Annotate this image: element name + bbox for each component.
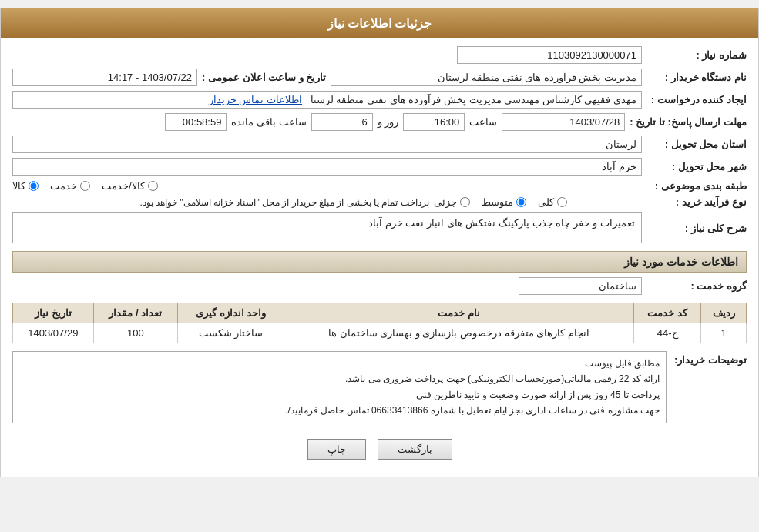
button-row: بازگشت چاپ	[12, 430, 747, 469]
contact-link[interactable]: اطلاعات تماس خریدار	[209, 94, 302, 105]
radio-joz-label: جزئی	[434, 196, 457, 208]
description-value: تعمیرات و حفر چاه جذب پارکینگ نفتکش های …	[12, 212, 642, 243]
reply-time-label: ساعت	[469, 116, 497, 128]
service-group-row: گروه خدمت : ساختمان	[12, 277, 747, 295]
print-button[interactable]: چاپ	[307, 439, 366, 460]
buyer-notes-content: مطابق فایل پیوستارائه کد 22 رقمی مالیاتی…	[12, 351, 667, 423]
province-label: استان محل تحویل :	[646, 139, 747, 150]
reply-days-value: 6	[311, 113, 373, 131]
back-button[interactable]: بازگشت	[378, 439, 452, 460]
col-quantity: تعداد / مقدار	[93, 303, 177, 323]
province-row: استان محل تحویل : لرستان	[12, 136, 747, 153]
content-area: شماره نیاز : 1103092130000071 نام دستگاه…	[1, 38, 758, 477]
radio-koli[interactable]	[557, 197, 567, 207]
radio-kala-label: کالا	[12, 180, 25, 192]
process-row: نوع فرآیند خرید : کلی متوسط جزئی پرداخت …	[12, 196, 747, 208]
buyer-org-label: نام دستگاه خریدار :	[646, 72, 747, 83]
radio-koli-label: کلی	[538, 196, 554, 208]
requester-label: ایجاد کننده درخواست :	[646, 94, 747, 105]
process-motas[interactable]: متوسط	[482, 196, 526, 208]
category-row: طبقه بندی موضوعی : کالا/خدمت خدمت کالا	[12, 180, 747, 192]
requester-value: مهدی فقیهی کارشناس مهندسی مدیریت پخش فرآ…	[12, 91, 642, 109]
col-unit: واحد اندازه گیری	[178, 303, 284, 323]
buyer-notes-area: توضیحات خریدار: مطابق فایل پیوستارائه کد…	[12, 351, 747, 423]
services-table-section: ردیف کد خدمت نام خدمت واحد اندازه گیری ت…	[12, 303, 747, 343]
description-row: شرح کلی نیاز : تعمیرات و حفر چاه جذب پار…	[12, 212, 747, 243]
process-radio-group: کلی متوسط جزئی	[434, 196, 642, 208]
radio-kala[interactable]	[29, 181, 39, 191]
reply-time-value: 16:00	[403, 113, 465, 131]
table-row: 1ج-44انجام کارهای متفرقه درخصوص بازسازی …	[13, 323, 747, 343]
col-service-code: کد خدمت	[633, 303, 700, 323]
page-header: جزئیات اطلاعات نیاز	[1, 8, 758, 38]
city-row: شهر محل تحویل : خرم آباد	[12, 158, 747, 176]
main-container: جزئیات اطلاعات نیاز شماره نیاز : 1103092…	[0, 8, 759, 477]
announce-datetime-label: تاریخ و ساعت اعلان عمومی :	[202, 72, 326, 83]
category-radio-group: کالا/خدمت خدمت کالا	[12, 180, 642, 192]
request-number-row: شماره نیاز : 1103092130000071	[12, 46, 747, 64]
category-khedmat[interactable]: خدمت	[50, 180, 90, 192]
radio-joz[interactable]	[460, 197, 470, 207]
province-value: لرستان	[12, 136, 642, 153]
city-value: خرم آباد	[12, 158, 642, 176]
radio-khedmat-label: خدمت	[50, 180, 77, 192]
buyer-org-value: مدیریت پخش فرآورده های نفتی منطقه لرستان	[331, 69, 642, 86]
requester-text: مهدی فقیهی کارشناس مهندسی مدیریت پخش فرآ…	[311, 94, 636, 105]
col-row-num: ردیف	[701, 303, 747, 323]
reply-deadline-row: مهلت ارسال پاسخ: تا تاریخ : 1403/07/28 س…	[12, 113, 747, 131]
services-table: ردیف کد خدمت نام خدمت واحد اندازه گیری ت…	[12, 303, 747, 343]
buyer-notes-label: توضیحات خریدار:	[674, 351, 747, 366]
city-label: شهر محل تحویل :	[646, 161, 747, 172]
buyer-org-row: نام دستگاه خریدار : مدیریت پخش فرآورده ه…	[12, 69, 747, 86]
page-title: جزئیات اطلاعات نیاز	[327, 17, 432, 30]
radio-kala-khedmat[interactable]	[148, 181, 158, 191]
process-joz[interactable]: جزئی	[434, 196, 470, 208]
announce-datetime-value: 1403/07/22 - 14:17	[12, 69, 197, 86]
reply-remaining-label: ساعت باقی مانده	[231, 116, 306, 128]
process-koli[interactable]: کلی	[538, 196, 567, 208]
radio-motas-label: متوسط	[482, 196, 513, 208]
request-number-value: 1103092130000071	[457, 46, 642, 64]
col-service-name: نام خدمت	[284, 303, 634, 323]
process-note: پرداخت تمام یا بخشی از مبلغ خریدار از مح…	[12, 197, 429, 208]
reply-deadline-label: مهلت ارسال پاسخ: تا تاریخ :	[630, 116, 747, 128]
reply-remaining-value: 00:58:59	[165, 113, 227, 131]
description-label: شرح کلی نیاز :	[646, 223, 747, 234]
service-group-value: ساختمان	[519, 277, 642, 295]
requester-row: ایجاد کننده درخواست : مهدی فقیهی کارشناس…	[12, 91, 747, 109]
category-label: طبقه بندی موضوعی :	[646, 180, 747, 192]
request-number-label: شماره نیاز :	[646, 49, 747, 61]
radio-motas[interactable]	[516, 197, 526, 207]
reply-days-label: روز و	[378, 116, 399, 128]
services-section-header: اطلاعات خدمات مورد نیاز	[12, 251, 747, 273]
reply-date-value: 1403/07/28	[502, 113, 625, 131]
category-kala[interactable]: کالا	[12, 180, 39, 192]
category-kala-khedmat[interactable]: کالا/خدمت	[102, 180, 158, 192]
process-label: نوع فرآیند خرید :	[646, 196, 747, 208]
radio-kala-khedmat-label: کالا/خدمت	[102, 180, 145, 192]
radio-khedmat[interactable]	[80, 181, 90, 191]
col-date: تاریخ نیاز	[13, 303, 94, 323]
service-group-label: گروه خدمت :	[646, 280, 747, 292]
